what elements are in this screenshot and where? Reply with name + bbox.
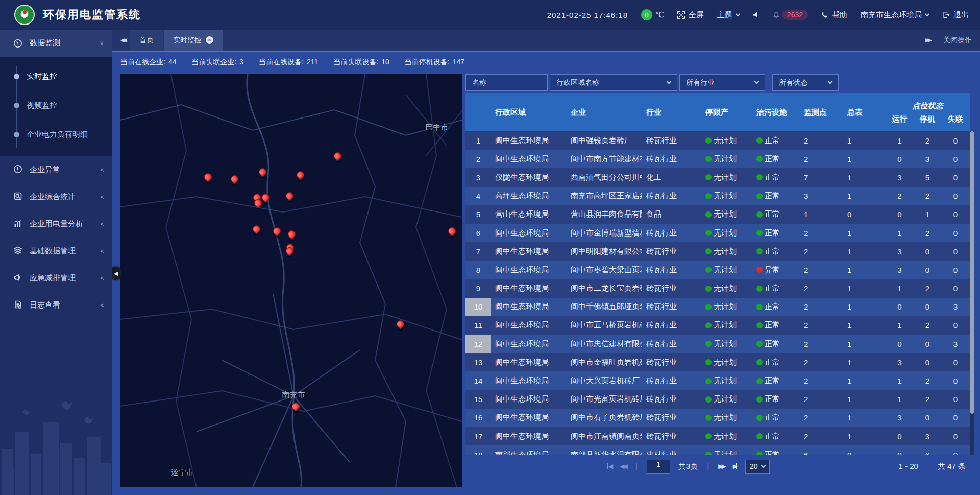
sidebar-subitem-label: 实时监控: [27, 72, 57, 81]
row-facility-status: 正常: [750, 191, 799, 201]
row-region: 阆中生态环境局: [491, 265, 567, 275]
sidebar-subitem[interactable]: 视频监控: [0, 91, 112, 120]
region-select[interactable]: 行政区域名称: [550, 74, 677, 91]
table-row[interactable]: 2 阆中生态环境局 阆中市南方节能建材有 砖瓦行业 无计划 正常 2 1 0 3…: [465, 150, 970, 168]
row-company: 阆中市石子页岩机砖厂: [567, 413, 642, 422]
table-row[interactable]: 14 阆中生态环境局 阆中大兴页岩机砖厂 砖瓦行业 无计划 正常 2 1 1 2…: [465, 371, 970, 390]
row-limit-status: 无计划: [699, 432, 750, 441]
theme-dropdown[interactable]: 主题: [717, 10, 740, 20]
row-points: 2: [799, 376, 842, 385]
row-facility-status: 正常: [750, 136, 799, 146]
row-facility-status: 正常: [750, 284, 799, 293]
row-lost: 0: [941, 284, 970, 293]
col-header-facility: 治污设施: [750, 93, 799, 131]
table-row[interactable]: 1 阆中生态环境局 阆中强锐页岩砖厂 砖瓦行业 无计划 正常 2 1 1 2 0: [465, 131, 970, 150]
sidebar-item[interactable]: 企业用电量分析 <: [0, 210, 112, 238]
col-header-point-status-group: 点位状态 运行 停机 失联: [886, 93, 970, 131]
status-dot-icon: [705, 230, 712, 236]
row-industry: 砖瓦行业: [642, 339, 699, 349]
row-points: 2: [799, 266, 842, 274]
table-row[interactable]: 12 阆中生态环境局 阆中市忠信建材有限公 砖瓦行业 无计划 正常 2 1 0 …: [465, 335, 970, 353]
stat-value: 3: [239, 58, 243, 67]
col-header-limit: 停限产: [699, 93, 750, 131]
row-industry: 砖瓦行业: [642, 358, 699, 367]
table-row[interactable]: 10 阆中生态环境局 阆中千佛镇五郎垭页岩 砖瓦行业 无计划 正常 2 1 0 …: [465, 298, 970, 316]
sidebar-item[interactable]: 基础数据管理 <: [0, 238, 112, 265]
row-limit-status: 无计划: [699, 136, 750, 146]
sidebar-item[interactable]: 应急减排管理 <: [0, 265, 112, 292]
row-facility-status: 正常: [750, 228, 799, 238]
sidebar-item[interactable]: 日志查看 <: [0, 292, 112, 319]
row-meters: 1: [842, 192, 886, 200]
chevron-down-icon: ∨: [99, 39, 104, 47]
help-button[interactable]: 帮助: [821, 10, 847, 20]
row-stop: 2: [914, 136, 941, 145]
sidebar-item[interactable]: 企业综合统计 <: [0, 183, 112, 210]
row-stop: 2: [914, 192, 941, 200]
table-row[interactable]: 13 阆中生态环境局 阆中市金福旺页岩机砖 砖瓦行业 无计划 正常 2 1 3 …: [465, 353, 970, 371]
status-select[interactable]: 所有状态: [772, 74, 839, 91]
close-operations-button[interactable]: 关闭操作: [943, 36, 972, 45]
map[interactable]: 巴中市南充市遂宁市: [120, 74, 462, 487]
sidebar-item-data-monitor[interactable]: 数据监测 ∨: [0, 30, 112, 57]
row-stop: 6: [914, 451, 941, 455]
sidebar-subitem[interactable]: 企业电力负荷明细: [0, 120, 112, 149]
table-row[interactable]: 17 阆中生态环境局 阆中市江南镇阆南页岩 砖瓦行业 无计划 正常 2 1 0 …: [465, 427, 970, 445]
table-row[interactable]: 6 阆中生态环境局 阆中市金博瑞新型墙材 砖瓦行业 无计划 正常 2 1 1 2…: [465, 224, 970, 242]
table-row[interactable]: 9 阆中生态环境局 阆中市二龙长宝页岩砖 砖瓦行业 无计划 正常 2 1 1 2…: [465, 279, 970, 298]
row-industry: 化工: [642, 173, 699, 182]
row-run: 1: [886, 321, 914, 329]
gauge-icon: [13, 39, 22, 48]
megaphone-icon: [13, 273, 22, 284]
row-industry: 砖瓦行业: [642, 228, 699, 238]
row-meters: 1: [842, 321, 886, 329]
notifications[interactable]: 2632: [773, 10, 808, 20]
table-row[interactable]: 18 南部生态环境局 南部县新华水泥有限公 建材行业 无计划 正常 6 0 0 …: [465, 445, 970, 455]
org-dropdown[interactable]: 南充市生态环境局: [861, 10, 929, 20]
table-row[interactable]: 7 阆中生态环境局 阆中明阳建材有限公司 砖瓦行业 无计划 正常 2 1 3 0…: [465, 242, 970, 261]
name-search-input[interactable]: 名称: [465, 74, 548, 91]
row-run: 1: [886, 376, 914, 385]
tabs-scroll-right-icon[interactable]: ▶▶: [925, 37, 930, 43]
fullscreen-button[interactable]: 全屏: [677, 10, 704, 20]
logout-button[interactable]: 退出: [942, 10, 969, 20]
tabs-scroll-left-icon[interactable]: ◀◀: [120, 37, 125, 43]
table-row[interactable]: 4 高坪生态环境局 南充市高坪区王家店建 砖瓦行业 无计划 正常 3 1 2 2…: [465, 187, 970, 205]
table-row[interactable]: 16 阆中生态环境局 阆中市石子页岩机砖厂 砖瓦行业 无计划 正常 2 1 3 …: [465, 409, 970, 427]
tab-bar: ◀◀ 首页 实时监控 ✕ ▶▶ 关闭操作: [112, 30, 980, 51]
first-page-button[interactable]: ◀: [607, 463, 611, 470]
row-number: 1: [465, 131, 491, 150]
row-region: 阆中生态环境局: [491, 302, 567, 312]
mute-button[interactable]: [753, 11, 760, 18]
sidebar-item[interactable]: 企业异常 <: [0, 156, 112, 183]
table-row[interactable]: 8 阆中生态环境局 阆中市枣碧大梁山页岩 砖瓦行业 无计划 异常 2 1 3 0…: [465, 261, 970, 279]
tab-realtime-monitor[interactable]: 实时监控 ✕: [164, 30, 223, 51]
table-row[interactable]: 3 仪陇生态环境局 西南油气田分公司川中 化工 无计划 正常 7 1 3 5 0: [465, 168, 970, 186]
row-stop: 0: [914, 266, 941, 274]
page-size-select[interactable]: 20: [745, 460, 770, 474]
row-region: 阆中生态环境局: [491, 358, 567, 367]
table-row[interactable]: 15 阆中生态环境局 阆中市光富页岩机砖厂 砖瓦行业 无计划 正常 2 1 1 …: [465, 390, 970, 409]
scrollbar-thumb[interactable]: [970, 131, 974, 414]
close-icon[interactable]: ✕: [206, 36, 213, 44]
last-page-button[interactable]: ▶: [733, 463, 737, 470]
row-meters: 1: [842, 136, 886, 145]
sidebar-subitem[interactable]: 实时监控: [0, 62, 112, 91]
row-industry: 砖瓦行业: [642, 191, 699, 201]
row-facility-status: 正常: [750, 209, 799, 219]
status-dot-icon: [756, 193, 763, 199]
row-company: 南充市高坪区王家店建: [567, 191, 642, 201]
next-page-button[interactable]: ▶▶: [718, 463, 724, 470]
table-row[interactable]: 5 营山生态环境局 营山县润丰肉食品有限 食品 无计划 正常 1 0 0 1 0: [465, 205, 970, 224]
table-row[interactable]: 11 阆中生态环境局 阆中市五马桥页岩机砖 砖瓦行业 无计划 正常 2 1 1 …: [465, 316, 970, 335]
page-number-input[interactable]: 1: [647, 460, 670, 474]
stat-item: 当前失联设备: 10: [333, 58, 389, 67]
row-facility-status: 正常: [750, 320, 799, 330]
industry-select[interactable]: 所有行业: [679, 74, 765, 91]
status-dot-icon: [705, 174, 712, 180]
status-dot-icon: [756, 174, 763, 180]
status-dot-icon: [756, 415, 763, 421]
tab-home[interactable]: 首页: [130, 30, 163, 51]
prev-page-button[interactable]: ◀◀: [620, 463, 626, 470]
sidebar-subitem-label: 企业电力负荷明细: [27, 130, 88, 139]
